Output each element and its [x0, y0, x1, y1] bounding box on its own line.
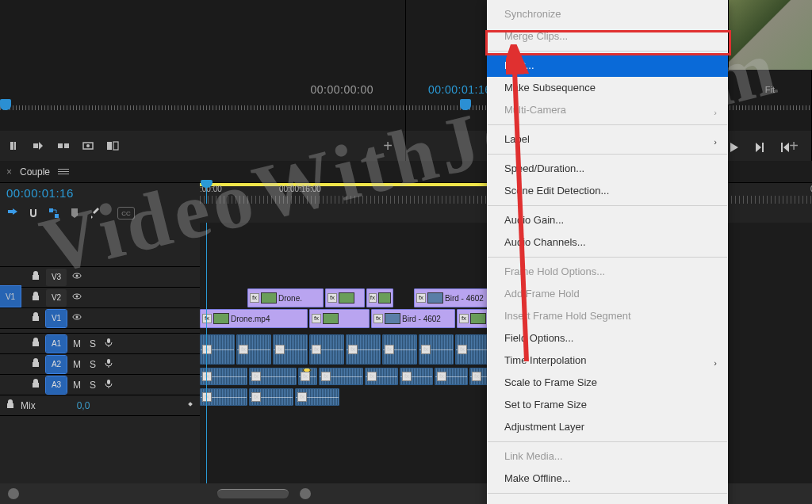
fx-icon[interactable]: fx [202, 314, 212, 323]
audio-clip[interactable]: fx [382, 334, 417, 365]
solo-toggle[interactable]: S [87, 359, 98, 370]
work-area-bar[interactable] [200, 183, 493, 186]
fx-icon[interactable]: fx [437, 372, 446, 381]
fx-icon[interactable]: fx [373, 314, 383, 323]
fx-icon[interactable]: fx [275, 345, 285, 354]
audio-clip[interactable]: fx [419, 334, 454, 365]
marker-icon[interactable] [68, 207, 81, 220]
snap-icon[interactable] [27, 207, 40, 220]
fx-icon[interactable]: fx [402, 372, 412, 381]
zoom-fit-dropdown[interactable]: Fit [765, 85, 775, 94]
fx-icon[interactable]: fx [385, 345, 394, 354]
menu-item-scale-to-frame-size[interactable]: Scale to Frame Size [487, 372, 728, 394]
menu-item-make-offline[interactable]: Make Offline... [487, 468, 728, 490]
eye-icon[interactable] [71, 312, 82, 324]
eye-icon[interactable] [71, 271, 82, 283]
menu-item-label[interactable]: Label› [487, 128, 728, 151]
source-patch-v1[interactable]: V1 [0, 286, 21, 307]
lock-icon[interactable] [30, 292, 41, 304]
video-clip[interactable]: fx [366, 288, 393, 307]
audio-clip[interactable]: fx [200, 368, 247, 385]
sequence-tab[interactable]: Couple [20, 166, 50, 178]
fx-icon[interactable]: fx [458, 345, 467, 354]
menu-item-adjustment-layer[interactable]: Adjustment Layer [487, 416, 728, 438]
fx-icon[interactable]: fx [416, 293, 426, 303]
fx-icon[interactable]: fx [421, 345, 431, 354]
fx-icon[interactable]: fx [348, 345, 358, 354]
fx-icon[interactable]: fx [369, 293, 377, 303]
audio-clip[interactable]: fx [249, 388, 293, 406]
menu-item-speed-duration[interactable]: Speed/Duration... [487, 158, 728, 180]
track-target-toggle[interactable]: A1 [46, 335, 67, 353]
audio-clip[interactable]: fx [455, 334, 490, 365]
button-editor-plus[interactable]: + [383, 137, 393, 155]
audio-clip[interactable]: fx [319, 368, 363, 385]
track-target-toggle[interactable]: V1 [46, 310, 67, 327]
timeline-playhead[interactable] [206, 183, 207, 204]
close-tab-icon[interactable]: × [6, 166, 12, 178]
lock-icon[interactable] [30, 271, 41, 283]
video-clip[interactable]: fx [309, 309, 370, 328]
mix-volume[interactable]: 0,0 [77, 400, 90, 411]
play-icon[interactable] [728, 141, 741, 156]
zoom-out-handle[interactable] [8, 488, 19, 499]
solo-toggle[interactable]: S [87, 338, 98, 349]
audio-clip[interactable]: fx [236, 334, 271, 365]
mix-track-header[interactable]: Mix 0,0 [0, 395, 200, 416]
video-clip[interactable]: fx [325, 288, 365, 307]
overwrite-icon[interactable] [57, 139, 70, 152]
program-timecode[interactable]: 00:00:01:16 [428, 83, 491, 96]
step-forward-icon[interactable] [753, 141, 766, 156]
lock-icon[interactable] [5, 399, 16, 411]
fx-icon[interactable]: fx [321, 372, 331, 381]
audio-clip[interactable]: fx [346, 334, 381, 365]
menu-item-audio-channels[interactable]: Audio Channels... [487, 231, 728, 254]
fx-icon[interactable]: fx [312, 314, 321, 323]
source-monitor[interactable]: 00:00:00:00 [0, 0, 406, 131]
audio-clip[interactable]: fx [298, 368, 317, 385]
fx-icon[interactable]: fx [202, 345, 212, 354]
video-track-header[interactable]: V1 [0, 308, 200, 329]
fx-icon[interactable]: fx [327, 293, 337, 303]
record-toggle[interactable] [103, 338, 114, 349]
settings-wrench-icon[interactable] [89, 207, 102, 220]
track-target-toggle[interactable]: V2 [46, 289, 67, 307]
fx-icon[interactable]: fx [251, 392, 261, 402]
program-playhead[interactable] [460, 99, 471, 110]
track-target-toggle[interactable]: A3 [46, 376, 67, 394]
fx-icon[interactable]: fx [367, 372, 377, 381]
fx-icon[interactable]: fx [472, 372, 481, 381]
lock-icon[interactable] [30, 312, 41, 324]
audio-clip[interactable]: fx [273, 334, 308, 365]
eye-icon[interactable] [71, 292, 82, 304]
video-track-header[interactable]: V3 [0, 267, 200, 288]
clip-context-menu[interactable]: SynchronizeMerge Clips...Nest...Make Sub… [487, 0, 728, 504]
insert-icon[interactable] [33, 139, 45, 152]
captions-icon[interactable]: CC [117, 207, 135, 220]
export-frame-icon[interactable] [82, 139, 94, 152]
video-track-header[interactable]: V2 [0, 288, 200, 308]
lock-icon[interactable] [30, 338, 41, 349]
audio-clip[interactable]: fx [200, 388, 247, 406]
video-clip[interactable]: fxBird - 4602 [371, 309, 455, 328]
audio-track-header[interactable]: A1MS [0, 334, 200, 354]
menu-item-audio-gain[interactable]: Audio Gain... [487, 209, 728, 231]
step-back-icon[interactable] [779, 141, 791, 156]
current-timecode[interactable]: 00:00:01:16 [0, 183, 200, 204]
audio-clip[interactable]: fx [365, 368, 398, 385]
audio-clip[interactable]: fx [249, 368, 297, 385]
zoom-in-handle[interactable] [300, 488, 311, 499]
fx-icon[interactable]: fx [459, 314, 469, 323]
audio-clip[interactable]: fx [200, 334, 235, 365]
audio-track-header[interactable]: A2MS [0, 354, 200, 375]
fx-icon[interactable]: fx [202, 372, 212, 381]
solo-toggle[interactable]: S [87, 380, 98, 391]
menu-item-scene-edit-detection[interactable]: Scene Edit Detection... [487, 180, 728, 202]
fx-icon[interactable]: fx [312, 345, 321, 354]
audio-clip[interactable]: fx [295, 388, 339, 406]
linked-selection-icon[interactable] [48, 207, 60, 220]
source-playhead[interactable] [0, 99, 11, 110]
audio-track-header[interactable]: A3MS [0, 375, 200, 395]
mute-toggle[interactable]: M [71, 359, 82, 370]
source-mini-ruler[interactable] [0, 99, 405, 110]
